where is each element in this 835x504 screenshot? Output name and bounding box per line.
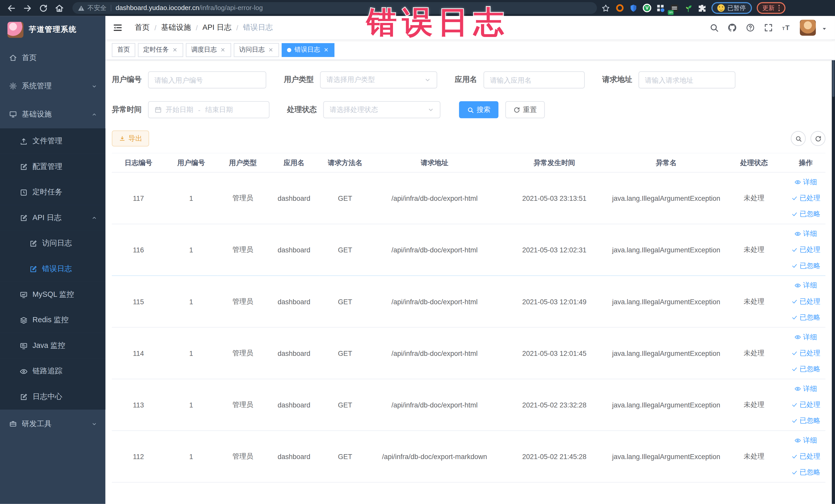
user-id-input[interactable] [148, 72, 266, 88]
extension-orange-icon[interactable] [615, 3, 624, 12]
browser-home-icon[interactable] [55, 3, 64, 12]
sidebar-item-trace[interactable]: 链路追踪 [0, 358, 105, 384]
extension-v-icon[interactable]: V [643, 4, 651, 12]
processed-link[interactable]: 已处理 [786, 190, 826, 206]
sidebar-item-infrastructure[interactable]: 基础设施 [0, 100, 105, 128]
tag-close-icon[interactable] [220, 47, 226, 53]
extensions-puzzle-icon[interactable] [698, 3, 707, 12]
browser-update-pill[interactable]: 更新 [756, 2, 786, 14]
request-url-input[interactable] [638, 72, 735, 88]
process-status-select[interactable]: 请选择处理状态 [323, 101, 440, 118]
page-scrollbar[interactable] [832, 16, 835, 504]
cell-exception: java.lang.IllegalArgumentException [610, 327, 722, 379]
user-avatar[interactable] [800, 20, 816, 36]
sidebar-item-access-log[interactable]: 访问日志 [0, 230, 105, 256]
app-name-label: 应用名 [455, 75, 477, 85]
breadcrumb-item[interactable]: 基础设施 [161, 23, 191, 32]
bookmark-star-icon[interactable] [601, 3, 610, 12]
extension-shield-icon[interactable] [629, 3, 638, 12]
sidebar-item-home[interactable]: 首页 [0, 44, 105, 72]
hamburger-icon[interactable] [113, 22, 123, 33]
browser-menu-icon[interactable] [778, 5, 779, 11]
browser-back-icon[interactable] [7, 3, 16, 12]
detail-link[interactable]: 详细 [786, 174, 826, 190]
processed-link[interactable]: 已处理 [786, 345, 826, 361]
ignored-link[interactable]: 已忽略 [786, 258, 826, 274]
toggle-search-button[interactable] [791, 131, 806, 146]
exception-time-label: 异常时间 [112, 105, 142, 115]
processed-link[interactable]: 已处理 [786, 397, 826, 413]
exception-time-range-picker[interactable]: 开始日期 - 结束日期 [148, 101, 269, 118]
ignored-link[interactable]: 已忽略 [786, 413, 826, 429]
detail-link[interactable]: 详细 [786, 226, 826, 242]
cell-user_id: 1 [165, 172, 217, 224]
reset-button[interactable]: 重置 [505, 101, 545, 118]
sidebar-item-redis-monitor[interactable]: Redis 监控 [0, 307, 105, 333]
export-button[interactable]: 导出 [112, 130, 149, 146]
user-type-select[interactable]: 请选择用户类型 [320, 72, 437, 88]
sidebar-item-config-management[interactable]: 配置管理 [0, 154, 105, 180]
tag-access-log[interactable]: 访问日志 [234, 43, 279, 57]
processed-link[interactable]: 已处理 [786, 242, 826, 258]
extension-grid-icon[interactable] [656, 3, 665, 12]
app-title: 芋道管理系统 [29, 25, 77, 35]
detail-link[interactable]: 详细 [786, 381, 826, 397]
sidebar-item-java-monitor[interactable]: Java 监控 [0, 333, 105, 359]
ignored-link[interactable]: 已忽略 [786, 206, 826, 222]
profile-paused-pill[interactable]: 已暂停 [712, 2, 752, 14]
sidebar-item-api-log[interactable]: API 日志 [0, 205, 105, 231]
detail-link[interactable]: 详细 [786, 278, 826, 294]
github-icon[interactable] [728, 23, 737, 32]
breadcrumb-separator: / [237, 24, 239, 32]
tag-label: 错误日志 [294, 45, 320, 54]
detail-link[interactable]: 详细 [786, 432, 826, 448]
breadcrumb-item[interactable]: API 日志 [203, 23, 231, 32]
sidebar-item-log-center[interactable]: 日志中心 [0, 384, 105, 410]
tag-close-icon[interactable] [172, 47, 178, 53]
help-icon[interactable] [746, 23, 755, 32]
tag-job-log[interactable]: 调度日志 [186, 43, 231, 57]
extension-tampermonkey-icon[interactable]: on [670, 3, 679, 12]
refresh-table-button[interactable] [811, 131, 826, 146]
check-icon [791, 469, 797, 476]
processed-link[interactable]: 已处理 [786, 294, 826, 309]
cell-method: GET [320, 379, 371, 430]
sidebar-item-error-log[interactable]: 错误日志 [0, 256, 105, 282]
process-status-label: 处理状态 [287, 105, 317, 115]
filter-row-1: 用户编号 用户类型 请选择用户类型 [112, 72, 826, 88]
sidebar-item-mysql-monitor[interactable]: MySQL 监控 [0, 282, 105, 307]
sidebar-item-system-management[interactable]: 系统管理 [0, 72, 105, 100]
tag-scheduled-job[interactable]: 定时任务 [138, 43, 183, 57]
search-icon[interactable] [709, 23, 719, 32]
cell-url: /api/infra/db-doc/export-html [371, 327, 498, 379]
cell-status: 未处理 [722, 379, 786, 430]
tag-error-log[interactable]: 错误日志 [282, 43, 334, 57]
extension-sprout-icon[interactable] [684, 3, 693, 12]
sidebar-item-scheduled-job[interactable]: 定时任务 [0, 180, 105, 205]
app-logo[interactable]: 芋道管理系统 [0, 16, 105, 44]
fullscreen-icon[interactable] [763, 23, 773, 32]
browser-refresh-icon[interactable] [39, 3, 48, 12]
tag-close-icon[interactable] [323, 47, 329, 53]
ignored-link[interactable]: 已忽略 [786, 361, 826, 377]
avatar-caret-down-icon[interactable] [821, 24, 828, 31]
breadcrumb-item[interactable]: 首页 [135, 23, 150, 32]
address-bar[interactable]: 不安全 dashboard.yudao.iocoder.cn/infra/log… [73, 2, 597, 14]
detail-link[interactable]: 详细 [786, 329, 826, 345]
eye-icon [794, 386, 801, 392]
date-separator: - [198, 106, 201, 114]
sidebar-item-file-management[interactable]: 文件管理 [0, 128, 105, 154]
ignored-link[interactable]: 已忽略 [786, 464, 826, 480]
browser-forward-icon[interactable] [23, 3, 32, 12]
processed-link[interactable]: 已处理 [786, 448, 826, 464]
app-name-input[interactable] [484, 72, 585, 88]
cell-actions: 详细已处理已忽略 [786, 276, 826, 327]
sidebar-item-label: Redis 监控 [33, 315, 68, 325]
tag-close-icon[interactable] [268, 47, 274, 53]
sidebar-item-dev-tools[interactable]: 研发工具 [0, 409, 105, 438]
tag-home[interactable]: 首页 [112, 43, 135, 57]
font-size-icon[interactable]: TT [782, 23, 791, 32]
ignored-link[interactable]: 已忽略 [786, 309, 826, 325]
search-button[interactable]: 搜索 [459, 101, 498, 118]
cell-method: GET [320, 327, 371, 379]
